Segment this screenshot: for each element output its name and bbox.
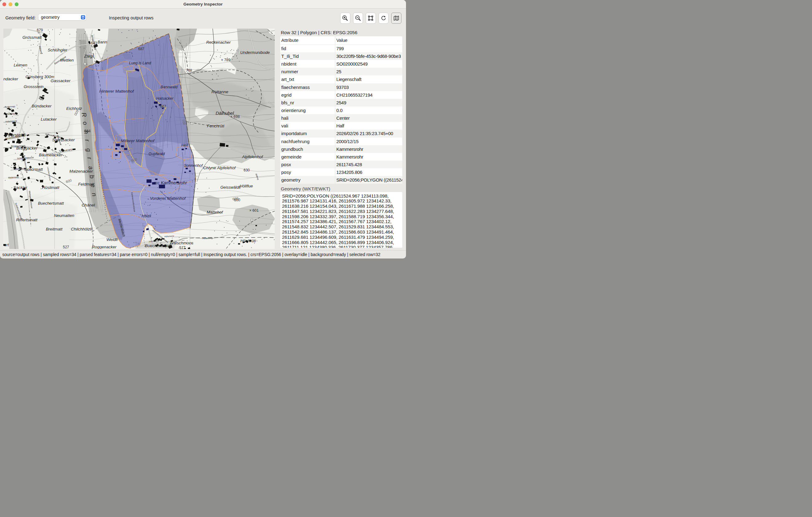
svg-text:ert: ert xyxy=(4,243,9,247)
svg-text:Undermunibode: Undermunibode xyxy=(240,50,270,55)
svg-text:Mattehof: Mattehof xyxy=(207,210,223,215)
svg-text:Reckenacher: Reckenacher xyxy=(206,40,231,45)
svg-text:× 698: × 698 xyxy=(230,114,240,119)
svg-text:Buechertsmatt: Buechertsmatt xyxy=(38,201,64,206)
svg-text:Gassacker: Gassacker xyxy=(51,79,70,83)
svg-text:630: 630 xyxy=(243,168,250,172)
svg-text:Hölzli: Hölzli xyxy=(142,214,151,218)
svg-text:Gupfwald: Gupfwald xyxy=(149,152,165,156)
svg-text:Weidli: Weidli xyxy=(107,237,118,242)
svg-text:Grossmatt: Grossmatt xyxy=(23,35,42,40)
svg-text:Leimen: Leimen xyxy=(13,63,27,67)
svg-text:679: 679 xyxy=(37,29,43,32)
svg-text:Vorderer Mattenhof: Vorderer Mattenhof xyxy=(150,196,186,201)
svg-text:Neumatten: Neumatten xyxy=(54,213,74,218)
svg-text:Grossstein: Grossstein xyxy=(24,84,44,89)
svg-text:× 789: × 789 xyxy=(221,58,230,62)
svg-text:667: 667 xyxy=(160,104,166,109)
svg-text:Hell: Hell xyxy=(181,143,188,147)
svg-text:Wälschmoos: Wälschmoos xyxy=(170,241,194,245)
svg-text:Günsberg 300m: Günsberg 300m xyxy=(26,75,54,79)
svg-text:768: 768 xyxy=(186,68,192,73)
svg-text:Hinterer Mattenhof: Hinterer Mattenhof xyxy=(99,89,134,93)
svg-text:Halsacker: Halsacker xyxy=(156,96,173,101)
svg-text:Bäumelacker: Bäumelacker xyxy=(39,153,62,157)
svg-text:Alpfelenhof: Alpfelenhof xyxy=(242,155,263,159)
svg-text:517: 517 xyxy=(179,246,185,249)
svg-text:Lutacker: Lutacker xyxy=(40,117,57,121)
svg-text:Höchrüti: Höchrüti xyxy=(240,239,256,243)
svg-text:Rottanne: Rottanne xyxy=(211,89,228,94)
svg-text:Fenchrüti: Fenchrüti xyxy=(207,124,225,128)
svg-text:Sonnenhof: Sonnenhof xyxy=(184,163,203,168)
svg-text:Brüggackerstr.: Brüggackerstr. xyxy=(11,144,26,148)
svg-text:Breitmatt: Breitmatt xyxy=(46,227,63,232)
svg-text:Chilchhölzli: Chilchhölzli xyxy=(71,227,92,232)
svg-text:Sackler: Sackler xyxy=(13,185,27,190)
svg-text:Geisswäldli: Geisswäldli xyxy=(220,185,241,190)
svg-text:Hüslimatt: Hüslimatt xyxy=(42,185,60,190)
svg-text:Schlüngler: Schlüngler xyxy=(48,48,67,52)
svg-text:Bannwald: Bannwald xyxy=(161,85,178,89)
svg-text:Höllflue: Höllflue xyxy=(240,184,253,188)
svg-text:Lueg is Land: Lueg is Land xyxy=(129,61,151,65)
svg-text:Chänel: Chänel xyxy=(82,203,95,208)
svg-text:Bann: Bann xyxy=(97,40,107,44)
svg-text:Roggenacker: Roggenacker xyxy=(92,245,117,249)
svg-text:Riffertsmatt: Riffertsmatt xyxy=(16,218,37,222)
svg-text:Buechenweid: Buechenweid xyxy=(145,243,170,248)
svg-text:687: 687 xyxy=(138,47,144,51)
svg-text:Spiessacker: Spiessacker xyxy=(52,138,75,142)
svg-text:591: 591 xyxy=(154,181,159,185)
svg-text:527: 527 xyxy=(63,245,69,249)
svg-text:× 601: × 601 xyxy=(249,208,259,213)
svg-text:Eichholz: Eichholz xyxy=(66,106,82,111)
svg-text:Chlyne Alpfelehof: Chlyne Alpfelehof xyxy=(203,166,236,170)
svg-text:Bündacker: Bündacker xyxy=(32,104,52,108)
svg-text:Mitlerer Mattenhof: Mitlerer Mattenhof xyxy=(121,138,155,143)
svg-text:Kammersrohr: Kammersrohr xyxy=(161,180,187,185)
svg-text:Zälgli: Zälgli xyxy=(84,54,94,58)
svg-text:andacker: andacker xyxy=(3,77,19,81)
